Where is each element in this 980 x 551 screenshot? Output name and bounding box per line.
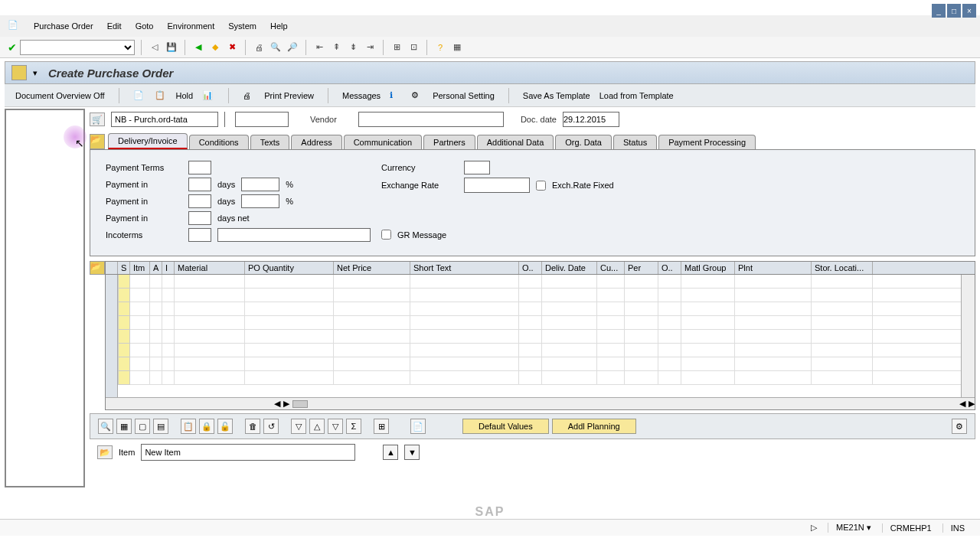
gr-message-checkbox[interactable] — [381, 230, 391, 240]
select-all-icon[interactable]: ▦ — [116, 419, 132, 434]
grid-column-header[interactable]: Plnt — [735, 262, 812, 274]
grid-column-header[interactable]: Stor. Locati... — [812, 262, 873, 274]
tab-partners[interactable]: Partners — [423, 135, 475, 149]
prev-page-icon[interactable]: ⇞ — [329, 41, 343, 54]
total-icon[interactable]: Σ — [346, 419, 361, 434]
print-preview-icon[interactable]: 🖨 — [243, 90, 255, 102]
tab-payment-processing[interactable]: Payment Processing — [658, 135, 756, 149]
last-page-icon[interactable]: ⇥ — [363, 41, 377, 54]
grid-column-header[interactable]: I — [162, 262, 175, 274]
tab-additional-data[interactable]: Additional Data — [477, 135, 554, 149]
expand-icon[interactable]: ⊞ — [374, 419, 389, 434]
create-session-icon[interactable]: ⊞ — [390, 41, 403, 54]
scroll-left2-icon[interactable]: ◀ — [959, 399, 965, 409]
grid-column-header[interactable]: Matl Group — [681, 262, 735, 274]
messages-button[interactable]: Messages — [342, 91, 381, 100]
other-po-icon[interactable]: 📋 — [155, 90, 167, 102]
payment-in-2-pct[interactable] — [241, 194, 279, 208]
help-icon[interactable]: ? — [433, 41, 447, 54]
grid-column-header[interactable]: Short Text — [410, 262, 519, 274]
scroll-left-icon[interactable]: ◀ — [274, 399, 280, 409]
grid-column-header[interactable]: O.. — [658, 262, 681, 274]
next-page-icon[interactable]: ⇟ — [346, 41, 360, 54]
menu-help[interactable]: Help — [270, 21, 288, 31]
tab-communication[interactable]: Communication — [344, 135, 422, 149]
grid-column-header[interactable]: Deliv. Date — [542, 262, 597, 274]
table-row[interactable] — [130, 371, 961, 385]
config-icon[interactable]: ⚙ — [952, 419, 967, 434]
exch-rate-fixed-checkbox[interactable] — [536, 181, 546, 191]
find-icon[interactable]: 🔍 — [269, 41, 283, 54]
table-row[interactable] — [130, 330, 961, 344]
object-icon[interactable] — [11, 65, 27, 80]
po-number-input[interactable] — [235, 112, 289, 127]
info-icon[interactable]: ℹ — [390, 90, 402, 102]
hold-button[interactable]: Hold — [176, 91, 194, 100]
nav-exit-icon[interactable]: ◆ — [208, 41, 222, 54]
sort-desc-icon[interactable]: ▽ — [328, 419, 343, 434]
restore-button[interactable]: □ — [947, 4, 961, 18]
payment-in-1-pct[interactable] — [241, 178, 279, 191]
grid-column-header[interactable]: PO Quantity — [245, 262, 334, 274]
item-prev-button[interactable]: ▲ — [383, 445, 398, 460]
sort-asc-icon[interactable]: △ — [309, 419, 325, 434]
status-play-icon[interactable]: ▷ — [811, 523, 817, 533]
lock-icon[interactable]: 🔒 — [199, 419, 214, 434]
document-type-select[interactable] — [111, 112, 218, 127]
sort-icon[interactable]: ▤ — [153, 419, 168, 434]
menu-purchase-order[interactable]: Purchase Order — [34, 21, 93, 31]
tab-org-data[interactable]: Org. Data — [555, 135, 612, 149]
minimize-button[interactable]: _ — [932, 4, 946, 18]
payment-in-2-days[interactable] — [188, 194, 211, 208]
undelete-icon[interactable]: ↺ — [263, 419, 279, 434]
incoterms-code-input[interactable] — [188, 228, 211, 242]
layout-settings-icon[interactable]: 📄 — [410, 419, 426, 434]
menu-environment[interactable]: Environment — [167, 21, 214, 31]
grid-column-header[interactable]: Net Price — [334, 262, 410, 274]
collapse-items-icon[interactable]: 📂 — [90, 261, 105, 275]
table-row[interactable] — [130, 316, 961, 330]
delete-icon[interactable]: 🗑 — [245, 419, 260, 434]
detail-icon[interactable]: 🔍 — [98, 419, 113, 434]
print-preview-button[interactable]: Print Preview — [264, 91, 314, 100]
payment-in-1-days[interactable] — [188, 178, 211, 191]
grid-column-header[interactable]: Itm — [130, 262, 150, 274]
menu-edit[interactable]: Edit — [107, 21, 122, 31]
filter-icon[interactable]: ▽ — [291, 419, 306, 434]
incoterms-text-input[interactable] — [217, 228, 371, 242]
save-template-button[interactable]: Save As Template — [523, 91, 590, 100]
nav-back-icon[interactable]: ◀ — [191, 41, 205, 54]
document-overview-button[interactable]: Document Overview Off — [15, 91, 105, 100]
layout-icon[interactable]: ▦ — [450, 41, 464, 54]
check-icon[interactable]: 📊 — [202, 90, 214, 102]
payment-terms-input[interactable] — [188, 161, 211, 174]
addl-planning-button[interactable]: Addl Planning — [552, 419, 636, 434]
tab-texts[interactable]: Texts — [250, 135, 290, 149]
create-icon[interactable]: 📄 — [133, 90, 145, 102]
tab-conditions[interactable]: Conditions — [189, 135, 249, 149]
scroll-right2-icon[interactable]: ▶ — [969, 399, 975, 409]
table-row[interactable] — [130, 275, 961, 289]
expand-header-icon[interactable]: 🛒 — [90, 112, 105, 126]
menu-system[interactable]: System — [228, 21, 256, 31]
grid-column-header[interactable]: O.. — [519, 262, 542, 274]
personal-setting-icon[interactable]: ⚙ — [411, 90, 423, 102]
nav-cancel-icon[interactable]: ✖ — [225, 41, 239, 54]
menu-goto[interactable]: Goto — [136, 21, 154, 31]
collapse-header-icon[interactable]: 📂 — [90, 134, 105, 149]
deselect-icon[interactable]: ▢ — [135, 419, 150, 434]
unlock-icon[interactable]: 🔓 — [217, 419, 233, 434]
grid-column-header[interactable] — [106, 262, 118, 274]
currency-input[interactable] — [464, 161, 490, 174]
print-icon[interactable]: 🖨 — [252, 41, 266, 54]
grid-column-header[interactable]: Cu... — [597, 262, 625, 274]
personal-setting-button[interactable]: Personal Setting — [433, 91, 495, 100]
save-icon[interactable]: 💾 — [165, 41, 178, 54]
tab-delivery-invoice[interactable]: Delivery/Invoice — [108, 133, 188, 149]
shortcut-icon[interactable]: ⊡ — [407, 41, 420, 54]
back-icon[interactable]: ◁ — [148, 41, 162, 54]
copy-icon[interactable]: 📋 — [181, 419, 196, 434]
vendor-input[interactable] — [358, 112, 504, 127]
grid-hscroll[interactable]: ◀ ▶ ◀ ▶ — [106, 397, 975, 409]
table-row[interactable] — [130, 302, 961, 316]
